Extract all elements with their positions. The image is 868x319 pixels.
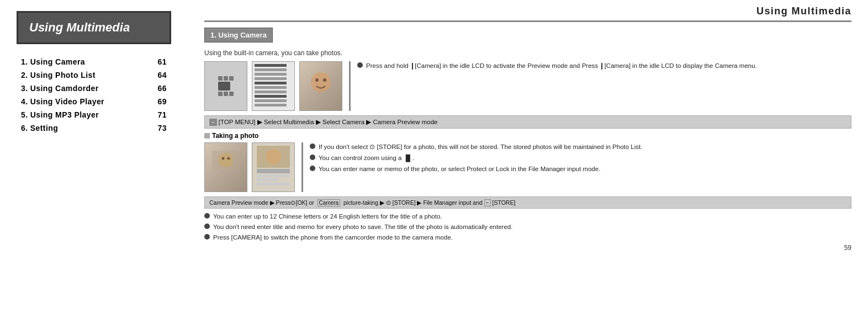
bottom-bullets: You can enter up to 12 Chinese letters o…	[204, 212, 851, 242]
phone-image-4	[204, 142, 247, 192]
bullet-text-2c: You can enter name or memo of the photo,…	[319, 164, 600, 173]
toc-label-4: 4. Using Video Player	[21, 97, 145, 106]
nav-minus-box: −	[209, 119, 217, 126]
toc-item-3[interactable]: 3. Using Camdorder 66	[17, 82, 171, 95]
bottom-dot-1	[204, 213, 210, 219]
vertical-divider-2	[301, 142, 303, 192]
image-row-1: Press and hold [Camera] in the idle LCD …	[204, 61, 851, 111]
baby-face-icon	[304, 67, 337, 105]
baby-face-icon-2	[209, 148, 242, 187]
bottom-bullet-3: Press [CAMERA] to switch the phone from …	[204, 233, 851, 242]
toc-label-3: 3. Using Camdorder	[21, 84, 145, 93]
toc-page-1: 61	[145, 57, 167, 66]
toc-label-1: 1. Using Camera	[21, 57, 145, 66]
nav-text-2: Camera Preview mode ▶ Press⊙[OK] or Came…	[209, 199, 515, 206]
phone-screen-icon	[254, 144, 293, 191]
section1-subtitle: Using the built-in camera, you can take …	[204, 49, 851, 57]
phone-image-2	[252, 61, 295, 111]
toc-page-2: 64	[145, 71, 167, 79]
bottom-dot-3	[204, 234, 210, 240]
bullet-item-2a: If you don't select ⊙ [STORE] for a phot…	[310, 142, 851, 151]
bottom-bullet-1: You can enter up to 12 Chinese letters o…	[204, 212, 851, 221]
nav-bar-1: − [TOP MENU] ▶ Select Multimedia ▶ Selec…	[204, 115, 851, 129]
left-panel: Using Multimedia 1. Using Camera 61 2. U…	[0, 0, 188, 319]
bottom-text-2: You don't need enter title and memo for …	[213, 222, 512, 231]
phone-image-1	[204, 61, 247, 111]
toc-item-2[interactable]: 2. Using Photo List 64	[17, 68, 171, 82]
bullet-dot-1	[357, 62, 363, 68]
page-number: 59	[204, 244, 851, 252]
film-icon	[215, 73, 236, 99]
toc-label-2: 2. Using Photo List	[21, 71, 145, 79]
bullet-text-2b: You can control zoom using a ▐▌.	[319, 153, 414, 162]
nav-bar-2: Camera Preview mode ▶ Press⊙[OK] or Came…	[204, 196, 851, 209]
bullet-dot-2b	[310, 155, 315, 160]
bottom-dot-2	[204, 224, 210, 229]
phone-image-5	[252, 142, 295, 192]
svg-point-2	[323, 78, 326, 82]
toc-label-5: 5. Using MP3 Player	[21, 110, 145, 119]
svg-point-8	[266, 149, 281, 164]
svg-point-5	[222, 157, 225, 160]
page-title: Using Multimedia	[204, 6, 851, 22]
toc-list: 1. Using Camera 61 2. Using Photo List 6…	[17, 55, 171, 135]
toc-label-6: 6. Setting	[21, 124, 145, 132]
svg-point-4	[219, 153, 233, 167]
bullet-dot-2c	[310, 166, 315, 171]
bullet-item-1: Press and hold [Camera] in the idle LCD …	[357, 61, 851, 70]
svg-point-0	[311, 72, 331, 92]
bullet-list-1: Press and hold [Camera] in the idle LCD …	[357, 61, 851, 70]
svg-rect-9	[257, 169, 290, 173]
bullet-list-2: If you don't select ⊙ [STORE] for a phot…	[310, 142, 851, 173]
vertical-divider-1	[349, 61, 351, 111]
toc-item-4[interactable]: 4. Using Video Player 69	[17, 95, 171, 108]
toc-page-3: 66	[145, 84, 167, 93]
toc-item-5[interactable]: 5. Using MP3 Player 71	[17, 108, 171, 121]
bullet-text-2a: If you don't select ⊙ [STORE] for a phot…	[319, 142, 642, 151]
toc-header: Using Multimedia	[17, 11, 171, 44]
toc-page-4: 69	[145, 97, 167, 106]
bullet-dot-2a	[310, 143, 315, 149]
bottom-text-3: Press [CAMERA] to switch the phone from …	[213, 233, 453, 242]
bullet-item-2b: You can control zoom using a ▐▌.	[310, 153, 851, 162]
svg-point-1	[315, 78, 319, 82]
toc-item-1[interactable]: 1. Using Camera 61	[17, 55, 171, 68]
bullet-item-2c: You can enter name or memo of the photo,…	[310, 164, 851, 173]
image-row-2: If you don't select ⊙ [STORE] for a phot…	[204, 142, 851, 192]
bullet-text-1: Press and hold [Camera] in the idle LCD …	[366, 61, 757, 70]
nav-text-1: [TOP MENU] ▶ Select Multimedia ▶ Select …	[219, 118, 438, 126]
bottom-bullet-2: You don't need enter title and memo for …	[204, 222, 851, 231]
bottom-text-1: You can enter up to 12 Chinese letters o…	[213, 212, 442, 221]
taking-photo-text: Taking a photo	[212, 132, 258, 140]
svg-rect-12	[257, 183, 290, 185]
toc-page-5: 71	[145, 110, 167, 119]
svg-rect-11	[257, 178, 279, 181]
svg-point-6	[227, 157, 230, 160]
svg-rect-10	[257, 174, 290, 177]
phone-image-3	[299, 61, 342, 111]
section1-header: 1. Using Camera	[204, 28, 273, 42]
taking-photo-label: Taking a photo	[204, 132, 851, 140]
toc-page-6: 73	[145, 124, 167, 132]
right-panel: Using Multimedia 1. Using Camera Using t…	[188, 0, 868, 319]
toc-item-6[interactable]: 6. Setting 73	[17, 121, 171, 135]
